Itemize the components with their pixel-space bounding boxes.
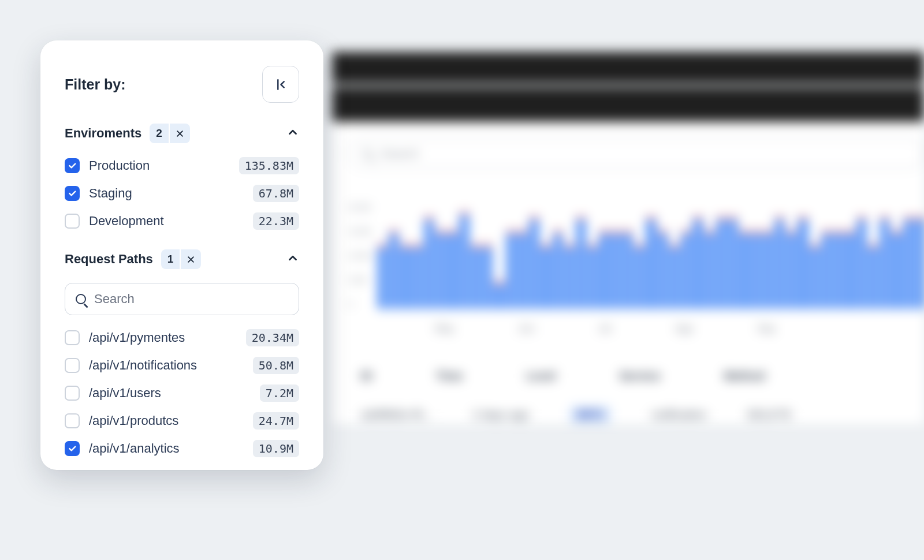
option-count: 67.8M — [253, 185, 299, 202]
chart-bar — [390, 230, 398, 309]
request-paths-count-chip: 1 — [161, 249, 202, 269]
chart-bar — [822, 230, 830, 309]
request-path-option[interactable]: /api/v1/users7.2M — [65, 384, 299, 402]
option-label: /api/v1/notifications — [89, 358, 197, 373]
request-path-option[interactable]: /api/v1/notifications50.8M — [65, 357, 299, 374]
chart-bar — [413, 244, 422, 309]
option-count: 135.83M — [239, 157, 299, 174]
option-count: 10.9M — [253, 440, 299, 457]
bg-table-row: a3df982e-f9... 2 days ago INFO notificat… — [348, 383, 924, 424]
option-count: 7.2M — [260, 384, 299, 402]
level-badge: INFO — [569, 406, 611, 424]
close-icon — [187, 255, 195, 264]
chart-bar — [483, 244, 491, 309]
checkbox[interactable] — [65, 330, 80, 345]
bg-topbar-2 — [332, 87, 924, 122]
environment-option[interactable]: Development22.3M — [65, 212, 299, 230]
environments-count-chip: 2 — [150, 124, 190, 143]
chart-bar — [787, 230, 795, 309]
chart-bar — [729, 216, 737, 309]
chart-bar — [647, 216, 655, 309]
environments-clear-button[interactable] — [169, 124, 190, 143]
bg-chart-months: May Jun Jul Ago Sep — [348, 323, 924, 335]
chart-bar — [740, 230, 748, 309]
collapse-left-icon — [274, 77, 288, 92]
environments-options: Production135.83MStaging67.8MDevelopment… — [65, 157, 299, 230]
chart-bar — [448, 230, 456, 309]
search-icon — [76, 294, 86, 304]
environments-collapse-toggle[interactable] — [286, 126, 299, 141]
environments-title: Enviroments — [65, 126, 141, 141]
request-paths-collapse-toggle[interactable] — [286, 252, 299, 267]
checkbox[interactable] — [65, 386, 80, 401]
request-paths-search[interactable] — [65, 283, 299, 315]
option-label: Staging — [89, 186, 132, 201]
chart-bar — [425, 216, 433, 309]
chevron-up-icon — [286, 252, 299, 264]
bg-table-head: ID Time Level Service Method — [348, 369, 924, 383]
chart-bar — [554, 230, 562, 309]
panel-title: Filter by: — [65, 76, 126, 93]
request-paths-clear-button[interactable] — [180, 249, 201, 269]
checkbox[interactable] — [65, 186, 80, 201]
request-paths-search-input[interactable] — [94, 292, 288, 307]
request-paths-section-header: Request Paths 1 — [65, 249, 299, 269]
close-icon — [176, 129, 184, 138]
chart-bar — [858, 216, 866, 309]
option-count: 20.34M — [246, 329, 299, 346]
search-icon — [362, 148, 372, 159]
chart-bar — [904, 216, 912, 309]
bg-content: Search 20.0M 15.0M 10.0M 5.0M 0 May Jun … — [332, 122, 924, 424]
chart-bar — [460, 212, 468, 309]
collapse-panel-button[interactable] — [262, 66, 299, 103]
chart-bar — [916, 216, 924, 309]
option-label: /api/v1/analytics — [89, 441, 180, 456]
chart-bar — [612, 230, 620, 309]
option-label: /api/v1/pymentes — [89, 330, 185, 345]
bg-search-placeholder: Search — [381, 147, 419, 160]
chart-bar — [588, 244, 597, 309]
checkbox[interactable] — [65, 358, 80, 373]
chart-bar — [811, 244, 819, 309]
chart-bar — [401, 244, 409, 309]
request-path-option[interactable]: /api/v1/analytics10.9M — [65, 440, 299, 457]
chart-bar — [892, 230, 900, 309]
panel-header: Filter by: — [65, 66, 299, 103]
checkbox[interactable] — [65, 214, 80, 229]
bg-chart: 20.0M 15.0M 10.0M 5.0M 0 — [348, 207, 924, 309]
bg-chart-yticks: 20.0M 15.0M 10.0M 5.0M 0 — [348, 203, 371, 309]
bg-table: ID Time Level Service Method a3df982e-f9… — [348, 369, 924, 424]
chart-bar — [378, 244, 386, 309]
chart-bar — [752, 230, 761, 309]
chart-bar — [869, 244, 877, 309]
chart-bar — [519, 230, 527, 309]
environments-section-header: Enviroments 2 — [65, 124, 299, 143]
option-count: 22.3M — [253, 212, 299, 230]
chart-bar — [776, 216, 784, 309]
filter-panel: Filter by: Enviroments 2 Production135.8… — [40, 40, 323, 470]
option-label: /api/v1/produtcs — [89, 413, 178, 428]
environment-option[interactable]: Staging67.8M — [65, 185, 299, 202]
checkbox[interactable] — [65, 158, 80, 173]
request-path-option[interactable]: /api/v1/produtcs24.7M — [65, 412, 299, 430]
request-paths-options: /api/v1/pymentes20.34M/api/v1/notificati… — [65, 329, 299, 457]
chart-bar — [565, 244, 573, 309]
chart-bar — [670, 244, 679, 309]
request-path-option[interactable]: /api/v1/pymentes20.34M — [65, 329, 299, 346]
background-dashboard: Search 20.0M 15.0M 10.0M 5.0M 0 May Jun … — [332, 52, 924, 560]
chart-bar — [472, 244, 480, 309]
chart-bar — [764, 230, 772, 309]
chart-bar — [682, 230, 690, 309]
option-label: Production — [89, 158, 150, 173]
chart-bar — [437, 230, 445, 309]
chart-bar — [624, 230, 632, 309]
checkbox[interactable] — [65, 413, 80, 428]
checkbox[interactable] — [65, 441, 80, 456]
chart-bar — [530, 216, 538, 309]
environment-option[interactable]: Production135.83M — [65, 157, 299, 174]
chart-bar — [881, 216, 889, 309]
chevron-up-icon — [286, 126, 299, 139]
chart-bar — [542, 244, 550, 309]
chart-bar — [577, 216, 585, 309]
chart-bar — [845, 230, 854, 309]
